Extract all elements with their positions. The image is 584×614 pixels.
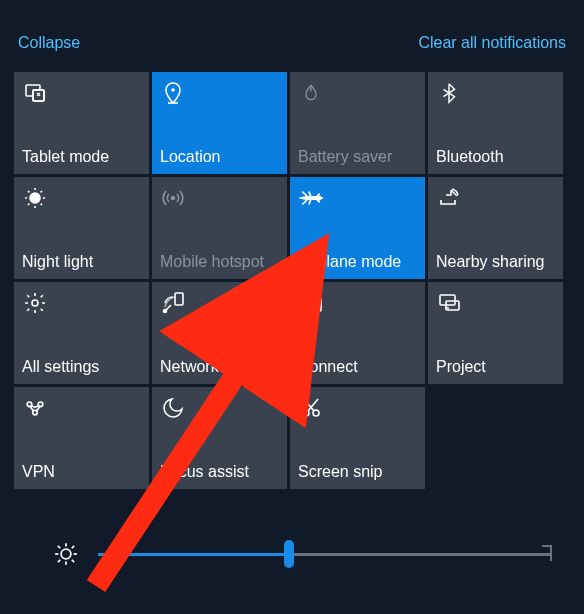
svg-point-16 <box>32 300 38 306</box>
tile-battery-saver[interactable]: Battery saver <box>290 72 425 174</box>
svg-line-41 <box>58 546 60 548</box>
tile-mobile-hotspot[interactable]: Mobile hotspot <box>152 177 287 279</box>
svg-point-15 <box>172 197 175 200</box>
tile-label: Location <box>160 148 279 166</box>
notification-strip <box>14 0 570 10</box>
svg-line-12 <box>41 204 42 205</box>
tile-label: Mobile hotspot <box>160 253 279 271</box>
tile-network[interactable]: Network <box>152 282 287 384</box>
slider-track <box>98 553 552 556</box>
brightness-control <box>0 538 584 570</box>
slider-thumb[interactable] <box>284 540 294 568</box>
svg-point-36 <box>61 549 71 559</box>
slider-fill <box>98 553 289 556</box>
collapse-link[interactable]: Collapse <box>18 34 80 52</box>
tile-nearby-sharing[interactable]: Nearby sharing <box>428 177 563 279</box>
quick-action-grid: Tablet modeLocationBattery saverBluetoot… <box>0 72 584 489</box>
mobile-hotspot-icon <box>160 185 186 211</box>
svg-line-14 <box>41 191 42 192</box>
tile-label: VPN <box>22 463 141 481</box>
connect-icon <box>298 290 324 316</box>
svg-line-44 <box>72 546 74 548</box>
tile-label: Battery saver <box>298 148 417 166</box>
screen-snip-icon <box>298 395 324 421</box>
vpn-icon <box>22 395 48 421</box>
svg-line-42 <box>72 560 74 562</box>
tile-label: Connect <box>298 358 417 376</box>
tile-label: Bluetooth <box>436 148 555 166</box>
tile-location[interactable]: Location <box>152 72 287 174</box>
tile-connect[interactable]: Connect <box>290 282 425 384</box>
airplane-icon <box>298 185 324 211</box>
svg-point-3 <box>172 89 174 91</box>
tile-focus-assist[interactable]: Focus assist <box>152 387 287 489</box>
tile-screen-snip[interactable]: Screen snip <box>290 387 425 489</box>
tile-vpn[interactable]: VPN <box>14 387 149 489</box>
svg-rect-26 <box>440 295 455 305</box>
tile-label: Nearby sharing <box>436 253 555 271</box>
tile-tablet-mode[interactable]: Tablet mode <box>14 72 149 174</box>
focus-assist-icon <box>160 395 186 421</box>
tile-label: All settings <box>22 358 141 376</box>
tablet-mode-icon <box>22 80 48 106</box>
svg-rect-17 <box>175 293 183 305</box>
brightness-slider[interactable] <box>98 538 552 570</box>
bluetooth-icon <box>436 80 462 106</box>
svg-point-6 <box>30 193 40 203</box>
header: Collapse Clear all notifications <box>0 10 584 72</box>
nearby-sharing-icon <box>436 185 462 211</box>
tile-all-settings[interactable]: All settings <box>14 282 149 384</box>
tile-label: Airplane mode <box>298 253 417 271</box>
location-icon <box>160 80 186 106</box>
svg-line-43 <box>58 560 60 562</box>
svg-line-11 <box>28 191 29 192</box>
night-light-icon <box>22 185 48 211</box>
tile-label: Network <box>160 358 279 376</box>
tile-bluetooth[interactable]: Bluetooth <box>428 72 563 174</box>
brightness-icon <box>52 540 80 568</box>
settings-icon <box>22 290 48 316</box>
svg-line-13 <box>28 204 29 205</box>
tile-label: Tablet mode <box>22 148 141 166</box>
network-icon <box>160 290 186 316</box>
tile-label: Screen snip <box>298 463 417 481</box>
tile-label: Project <box>436 358 555 376</box>
project-icon <box>436 290 462 316</box>
svg-rect-21 <box>301 296 315 306</box>
tile-night-light[interactable]: Night light <box>14 177 149 279</box>
slider-notch <box>542 545 552 561</box>
clear-all-link[interactable]: Clear all notifications <box>418 34 566 52</box>
tile-project[interactable]: Project <box>428 282 563 384</box>
tile-label: Night light <box>22 253 141 271</box>
svg-rect-1 <box>33 90 44 101</box>
tile-label: Focus assist <box>160 463 279 481</box>
tile-airplane-mode[interactable]: Airplane mode <box>290 177 425 279</box>
battery-saver-icon <box>298 80 324 106</box>
